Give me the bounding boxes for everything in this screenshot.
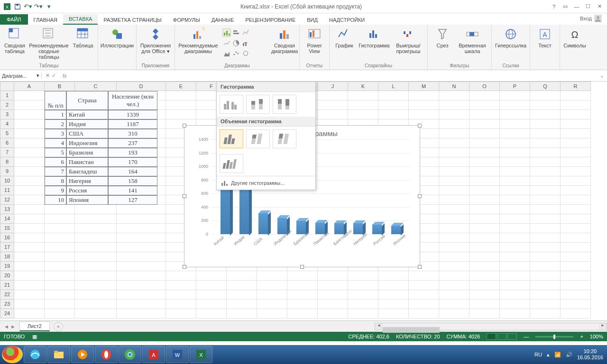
- tray-show-hidden-icon[interactable]: ▴: [547, 352, 550, 358]
- rec-pivot-button[interactable]: Рекомендуемые сводные таблицы: [28, 26, 70, 60]
- chart-bar[interactable]: [372, 139, 382, 234]
- col-header[interactable]: O: [469, 82, 500, 91]
- col-header[interactable]: P: [500, 82, 530, 91]
- taskbar-word[interactable]: W: [166, 346, 189, 363]
- tray-volume-icon[interactable]: 🔊: [566, 352, 572, 358]
- row-header[interactable]: 2: [0, 100, 14, 110]
- stacked100-column-option[interactable]: [273, 95, 296, 114]
- taskbar-ie[interactable]: [24, 346, 46, 363]
- timeline-button[interactable]: Временная шкала: [455, 26, 489, 54]
- row-header[interactable]: 22: [0, 290, 14, 300]
- tab-view[interactable]: ВИД: [301, 15, 323, 25]
- line-chart-icon[interactable]: [222, 39, 231, 47]
- chart-bar[interactable]: [334, 139, 344, 234]
- powerview-button[interactable]: Power View: [302, 26, 327, 54]
- zoom-out-button[interactable]: —: [524, 334, 529, 339]
- col-header[interactable]: A: [14, 82, 45, 91]
- row-header[interactable]: 23: [0, 300, 14, 309]
- save-icon[interactable]: [12, 1, 23, 12]
- spreadsheet-grid[interactable]: ABCDEFGHIJKLMNOPQR 123456789101112131415…: [0, 82, 607, 320]
- col-header[interactable]: B: [45, 82, 75, 91]
- ribbon-options-icon[interactable]: ▭: [560, 1, 571, 12]
- symbols-button[interactable]: ΩСимволы: [562, 26, 588, 48]
- text-button[interactable]: AТекст: [532, 26, 558, 48]
- col-header[interactable]: R: [561, 82, 591, 91]
- tray-lang[interactable]: RU: [534, 352, 542, 357]
- taskbar-chrome[interactable]: [119, 346, 141, 363]
- taskbar-opera[interactable]: [95, 346, 118, 363]
- row-header[interactable]: 11: [0, 186, 14, 195]
- col-header[interactable]: C: [75, 82, 117, 91]
- pie-chart-icon[interactable]: [232, 39, 240, 47]
- col-header[interactable]: L: [378, 82, 409, 91]
- area-chart-icon[interactable]: [222, 49, 231, 58]
- row-header[interactable]: 18: [0, 252, 14, 262]
- slicer-button[interactable]: Срез: [430, 26, 455, 48]
- maximize-icon[interactable]: ☐: [582, 1, 594, 12]
- table-button[interactable]: Таблица: [70, 26, 96, 48]
- enter-formula-icon[interactable]: ✓: [52, 73, 56, 79]
- row-header[interactable]: 8: [0, 157, 14, 167]
- help-icon[interactable]: ?: [548, 1, 560, 12]
- pivot-chart-button[interactable]: Сводная диаграмма: [272, 26, 297, 54]
- taskbar-explorer[interactable]: [47, 346, 70, 363]
- row-header[interactable]: 14: [0, 214, 14, 224]
- expand-formula-icon[interactable]: ⌄: [597, 73, 607, 79]
- redo-icon[interactable]: ↷▾: [33, 1, 44, 12]
- row-header[interactable]: 17: [0, 243, 14, 252]
- 3d-column-option[interactable]: [220, 154, 243, 173]
- login-link[interactable]: Вход: [575, 12, 607, 25]
- sparkline-line-button[interactable]: График: [331, 26, 357, 48]
- col-header[interactable]: M: [409, 82, 439, 91]
- column-chart-icon[interactable]: [222, 28, 231, 37]
- bar-chart-icon[interactable]: [232, 28, 240, 37]
- tab-file[interactable]: ФАЙЛ: [0, 14, 28, 25]
- row-header[interactable]: 3: [0, 110, 14, 119]
- chart-bar[interactable]: [353, 139, 363, 234]
- row-header[interactable]: 9: [0, 167, 14, 176]
- tab-addins[interactable]: НАДСТРОЙКИ: [323, 15, 370, 25]
- zoom-slider[interactable]: [535, 336, 573, 337]
- select-all-corner[interactable]: [0, 82, 14, 91]
- horizontal-scrollbar[interactable]: ◄►: [375, 323, 607, 330]
- row-header[interactable]: 10: [0, 176, 14, 186]
- zoom-in-button[interactable]: +: [580, 334, 583, 339]
- sparkline-col-button[interactable]: Гистограмма: [357, 26, 391, 48]
- row-header[interactable]: 24: [0, 309, 14, 318]
- row-header[interactable]: 4: [0, 119, 14, 129]
- col-header[interactable]: E: [166, 82, 196, 91]
- fx-icon[interactable]: fx: [60, 73, 70, 79]
- tab-home[interactable]: ГЛАВНАЯ: [28, 15, 63, 25]
- 3d-clustered-column-option[interactable]: [220, 129, 243, 148]
- taskbar-excel[interactable]: X: [190, 346, 212, 363]
- stacked-column-option[interactable]: [246, 95, 270, 114]
- row-header[interactable]: 16: [0, 233, 14, 243]
- scatter-chart-icon[interactable]: [232, 49, 240, 58]
- row-header[interactable]: 1: [0, 91, 14, 100]
- name-box[interactable]: Диаграм...▾: [0, 73, 42, 79]
- tray-network-icon[interactable]: 📶: [554, 352, 561, 358]
- 3d-stacked100-column-option[interactable]: [273, 129, 296, 148]
- rec-charts-button[interactable]: ?Рекомендуемые диаграммы: [177, 26, 220, 54]
- row-header[interactable]: 5: [0, 129, 14, 138]
- illustrations-button[interactable]: Иллюстрации: [100, 26, 134, 48]
- tab-formulas[interactable]: ФОРМУЛЫ: [167, 15, 206, 25]
- col-header[interactable]: J: [318, 82, 348, 91]
- chart-bar[interactable]: [315, 139, 325, 234]
- zoom-level[interactable]: 100%: [590, 334, 603, 339]
- row-header[interactable]: 19: [0, 262, 14, 271]
- row-header[interactable]: 20: [0, 271, 14, 281]
- start-button[interactable]: [2, 346, 23, 363]
- sparkline-wl-button[interactable]: Выигрыш/проигрыш: [391, 26, 425, 54]
- tab-data[interactable]: ДАННЫЕ: [206, 15, 240, 25]
- qa-customize-icon[interactable]: ▾: [44, 1, 54, 12]
- col-header[interactable]: N: [439, 82, 469, 91]
- pivot-table-button[interactable]: Сводная таблица: [2, 26, 28, 54]
- col-header[interactable]: D: [117, 82, 166, 91]
- apps-button[interactable]: Приложения для Office ▾: [138, 26, 173, 54]
- tray-clock[interactable]: 10:2016.05.2016: [577, 348, 603, 361]
- minimize-icon[interactable]: —: [571, 1, 582, 12]
- stock-chart-icon[interactable]: [241, 28, 250, 37]
- row-header[interactable]: 21: [0, 281, 14, 290]
- row-header[interactable]: 12: [0, 195, 14, 205]
